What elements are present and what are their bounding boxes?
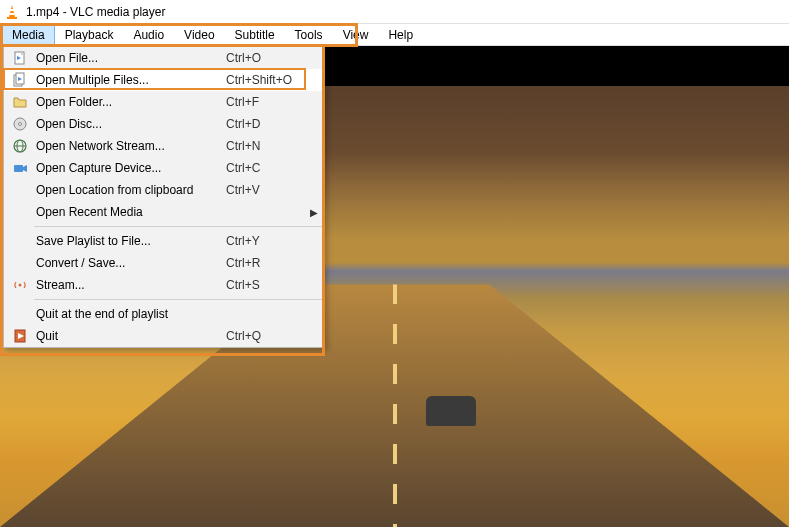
menu-item-open-recent-media[interactable]: Open Recent Media▶ xyxy=(4,201,324,223)
menu-tools[interactable]: Tools xyxy=(285,24,333,45)
menu-item-label: Open Location from clipboard xyxy=(32,183,226,197)
menu-label: Audio xyxy=(133,28,164,42)
menu-item-open-network-stream[interactable]: Open Network Stream...Ctrl+N xyxy=(4,135,324,157)
capture-icon xyxy=(8,160,32,176)
menu-item-stream[interactable]: Stream...Ctrl+S xyxy=(4,274,324,296)
disc-icon xyxy=(8,116,32,132)
menu-item-save-playlist-to-file[interactable]: Save Playlist to File...Ctrl+Y xyxy=(4,230,324,252)
svg-marker-16 xyxy=(23,165,27,172)
menu-item-label: Stream... xyxy=(32,278,226,292)
menu-item-shortcut: Ctrl+Q xyxy=(226,329,306,343)
menu-item-shortcut: Ctrl+S xyxy=(226,278,306,292)
menu-label: Subtitle xyxy=(235,28,275,42)
svg-rect-15 xyxy=(14,165,23,172)
menu-item-label: Open Multiple Files... xyxy=(32,73,226,87)
svg-rect-3 xyxy=(10,13,15,15)
menu-item-open-disc[interactable]: Open Disc...Ctrl+D xyxy=(4,113,324,135)
menu-media[interactable]: Media xyxy=(2,24,55,45)
menu-item-quit-at-the-end-of-playlist[interactable]: Quit at the end of playlist xyxy=(4,303,324,325)
menu-audio[interactable]: Audio xyxy=(123,24,174,45)
menu-label: View xyxy=(343,28,369,42)
menu-item-shortcut: Ctrl+V xyxy=(226,183,306,197)
menu-item-shortcut: Ctrl+O xyxy=(226,51,306,65)
menu-item-shortcut: Ctrl+D xyxy=(226,117,306,131)
vlc-cone-icon xyxy=(4,4,20,20)
menu-item-label: Open Network Stream... xyxy=(32,139,226,153)
menu-item-open-location-from-clipboard[interactable]: Open Location from clipboardCtrl+V xyxy=(4,179,324,201)
menu-label: Help xyxy=(388,28,413,42)
file-multi-icon xyxy=(8,72,32,88)
menu-item-label: Open Recent Media xyxy=(32,205,226,219)
submenu-arrow-icon: ▶ xyxy=(306,207,318,218)
svg-point-17 xyxy=(19,284,22,287)
menu-playback[interactable]: Playback xyxy=(55,24,124,45)
menu-item-quit[interactable]: QuitCtrl+Q xyxy=(4,325,324,347)
menubar: MediaPlaybackAudioVideoSubtitleToolsView… xyxy=(0,24,789,46)
menu-video[interactable]: Video xyxy=(174,24,224,45)
stream-icon xyxy=(8,277,32,293)
menu-subtitle[interactable]: Subtitle xyxy=(225,24,285,45)
menu-item-label: Convert / Save... xyxy=(32,256,226,270)
menu-separator xyxy=(34,299,322,300)
menu-item-shortcut: Ctrl+R xyxy=(226,256,306,270)
menu-item-convert-save[interactable]: Convert / Save...Ctrl+R xyxy=(4,252,324,274)
menu-item-shortcut: Ctrl+C xyxy=(226,161,306,175)
file-icon xyxy=(8,50,32,66)
menu-item-label: Open Folder... xyxy=(32,95,226,109)
menu-item-shortcut: Ctrl+F xyxy=(226,95,306,109)
menu-item-label: Quit xyxy=(32,329,226,343)
menu-view[interactable]: View xyxy=(333,24,379,45)
menu-label: Video xyxy=(184,28,214,42)
network-icon xyxy=(8,138,32,154)
media-menu-dropdown: Open File...Ctrl+OOpen Multiple Files...… xyxy=(3,46,325,348)
menu-item-shortcut: Ctrl+Y xyxy=(226,234,306,248)
menu-item-open-file[interactable]: Open File...Ctrl+O xyxy=(4,47,324,69)
menu-item-open-capture-device[interactable]: Open Capture Device...Ctrl+C xyxy=(4,157,324,179)
menu-item-open-folder[interactable]: Open Folder...Ctrl+F xyxy=(4,91,324,113)
svg-point-11 xyxy=(19,123,22,126)
menu-item-label: Open File... xyxy=(32,51,226,65)
titlebar: 1.mp4 - VLC media player xyxy=(0,0,789,24)
menu-label: Tools xyxy=(295,28,323,42)
menu-item-shortcut: Ctrl+N xyxy=(226,139,306,153)
menu-label: Playback xyxy=(65,28,114,42)
menu-item-label: Quit at the end of playlist xyxy=(32,307,226,321)
menu-item-open-multiple-files[interactable]: Open Multiple Files...Ctrl+Shift+O xyxy=(4,69,324,91)
menu-separator xyxy=(34,226,322,227)
quit-icon xyxy=(8,328,32,344)
menu-help[interactable]: Help xyxy=(378,24,423,45)
svg-rect-2 xyxy=(10,9,14,11)
menu-item-label: Open Capture Device... xyxy=(32,161,226,175)
window-title: 1.mp4 - VLC media player xyxy=(26,5,165,19)
menu-label: Media xyxy=(12,28,45,42)
svg-rect-1 xyxy=(7,17,17,19)
menu-item-shortcut: Ctrl+Shift+O xyxy=(226,73,306,87)
folder-icon xyxy=(8,94,32,110)
menu-item-label: Save Playlist to File... xyxy=(32,234,226,248)
menu-item-label: Open Disc... xyxy=(32,117,226,131)
